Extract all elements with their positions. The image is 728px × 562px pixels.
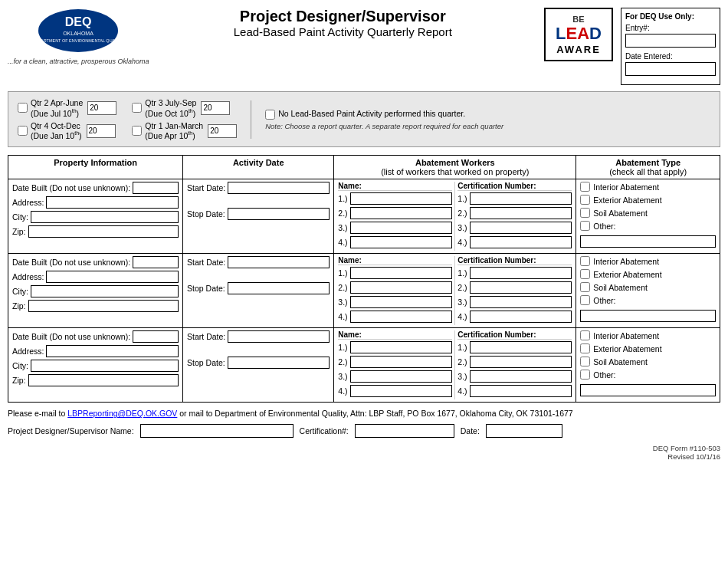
date-cell-1: Start Date: Stop Date:	[183, 179, 334, 254]
q1-year[interactable]	[208, 124, 237, 138]
date-built-input-1[interactable]	[133, 182, 179, 194]
cert-input-3-4[interactable]	[470, 385, 572, 397]
q2-year[interactable]	[87, 101, 116, 115]
email-link[interactable]: LBPReporting@DEQ.OK.GOV	[67, 409, 177, 418]
stop-date-label-2: Stop Date:	[187, 284, 225, 293]
address-label-2: Address:	[12, 272, 44, 281]
svg-text:OKLAHOMA: OKLAHOMA	[63, 31, 93, 36]
worker-name-3-4[interactable]	[350, 385, 452, 397]
cert-input-3-1[interactable]	[470, 341, 572, 353]
soil-check-3[interactable]	[580, 357, 590, 366]
worker-name-2-3[interactable]	[350, 296, 452, 308]
address-input-2[interactable]	[46, 271, 179, 283]
cert-input-1-4[interactable]	[470, 236, 572, 248]
cert-input-2-4[interactable]	[470, 311, 572, 323]
other-check-2[interactable]	[580, 295, 590, 305]
deq-logo: DEQ OKLAHOMA DEPARTMENT OF ENVIRONMENTAL…	[32, 8, 124, 58]
workers-cell-3: Name: 1.) 2.) 3.)	[334, 328, 576, 403]
q3-year[interactable]	[201, 101, 230, 115]
worker-name-1-3[interactable]	[350, 222, 452, 234]
q4-checkbox[interactable]	[18, 126, 28, 136]
interior-label-1: Interior Abatement	[593, 182, 659, 192]
quarter-q1: Qtr 1 Jan-March (Due Apr 10th)	[132, 121, 237, 141]
worker-name-2-2[interactable]	[350, 281, 452, 294]
other-input-1[interactable]	[580, 235, 716, 248]
worker-name-1-4[interactable]	[350, 236, 452, 248]
cert-label: Certification#:	[300, 426, 349, 435]
th-workers: Abatement Workers (list of workers that …	[334, 156, 576, 179]
entry-input[interactable]	[625, 34, 716, 48]
interior-check-1[interactable]	[580, 182, 590, 192]
exterior-check-2[interactable]	[580, 269, 590, 279]
exterior-check-1[interactable]	[580, 195, 590, 205]
form-number: DEQ Form #110-503	[8, 444, 720, 452]
worker-row-2-1: 1.)	[338, 267, 452, 279]
soil-check-2[interactable]	[580, 282, 590, 292]
footer-email: Please e-mail to LBPReporting@DEQ.OK.GOV…	[8, 409, 720, 418]
worker-name-3-2[interactable]	[350, 356, 452, 368]
designer-name-input[interactable]	[140, 424, 293, 438]
date-entered-input[interactable]	[625, 62, 716, 76]
workers-names-3: Name: 1.) 2.) 3.)	[338, 330, 454, 399]
no-activity-checkbox[interactable]	[265, 110, 275, 120]
date-built-input-2[interactable]	[133, 256, 179, 268]
other-check-1[interactable]	[580, 221, 590, 231]
city-input-3[interactable]	[31, 360, 179, 372]
lead-d: D	[589, 24, 602, 43]
cert-input-2-2[interactable]	[470, 281, 572, 294]
cert-input-1-3[interactable]	[470, 222, 572, 234]
stop-date-input-1[interactable]	[228, 208, 330, 220]
certification-input[interactable]	[355, 424, 454, 438]
other-input-2[interactable]	[580, 310, 716, 322]
other-check-3[interactable]	[580, 370, 590, 380]
cert-input-3-2[interactable]	[470, 356, 572, 368]
other-input-3[interactable]	[580, 384, 716, 396]
worker-name-2-1[interactable]	[350, 267, 452, 279]
address-input-1[interactable]	[46, 196, 179, 209]
interior-label-3: Interior Abatement	[593, 331, 659, 340]
exterior-label-1: Exterior Abatement	[593, 196, 661, 205]
lead-aware-badge: BE LEAD AWARE	[536, 8, 621, 61]
city-input-2[interactable]	[31, 285, 179, 297]
workers-certs-2: Certification Number: 1.) 2.) 3.)	[454, 256, 572, 325]
cert-input-1-1[interactable]	[470, 192, 572, 205]
exterior-row-2: Exterior Abatement	[580, 269, 716, 279]
workers-inner-3: Name: 1.) 2.) 3.)	[338, 330, 572, 399]
zip-input-1[interactable]	[28, 225, 179, 238]
q2-checkbox[interactable]	[18, 103, 28, 113]
cert-input-2-1[interactable]	[470, 267, 572, 279]
cert-input-3-3[interactable]	[470, 370, 572, 383]
start-date-input-1[interactable]	[228, 182, 330, 194]
city-label-1: City:	[12, 212, 28, 222]
cert-input-1-2[interactable]	[470, 207, 572, 219]
cert-input-2-3[interactable]	[470, 296, 572, 308]
th-abatement: Abatement Type (check all that apply)	[576, 156, 720, 179]
zip-input-2[interactable]	[28, 300, 179, 312]
worker-row-3-4: 4.)	[338, 385, 452, 397]
q4-year[interactable]	[87, 124, 116, 138]
worker-name-1-1[interactable]	[350, 192, 452, 205]
worker-name-3-3[interactable]	[350, 370, 452, 383]
start-date-input-3[interactable]	[228, 330, 330, 343]
stop-date-input-3[interactable]	[228, 357, 330, 369]
worker-row-3-3: 3.)	[338, 370, 452, 383]
exterior-check-3[interactable]	[580, 343, 590, 353]
q1-checkbox[interactable]	[132, 126, 142, 136]
lead-be: BE	[572, 15, 584, 24]
date-built-input-3[interactable]	[133, 330, 179, 343]
start-date-input-2[interactable]	[228, 256, 330, 268]
q3-checkbox[interactable]	[132, 103, 142, 113]
worker-name-3-1[interactable]	[350, 341, 452, 353]
zip-input-3[interactable]	[28, 374, 179, 386]
interior-check-3[interactable]	[580, 330, 590, 340]
city-input-1[interactable]	[31, 211, 179, 223]
date-input[interactable]	[486, 424, 562, 438]
deq-use-box: For DEQ Use Only: Entry#: Date Entered:	[621, 8, 720, 85]
worker-name-2-4[interactable]	[350, 311, 452, 323]
stop-date-input-2[interactable]	[228, 282, 330, 294]
soil-check-1[interactable]	[580, 208, 590, 218]
address-input-3[interactable]	[46, 345, 179, 357]
header: DEQ OKLAHOMA DEPARTMENT OF ENVIRONMENTAL…	[8, 8, 720, 85]
interior-check-2[interactable]	[580, 256, 590, 266]
worker-name-1-2[interactable]	[350, 207, 452, 219]
